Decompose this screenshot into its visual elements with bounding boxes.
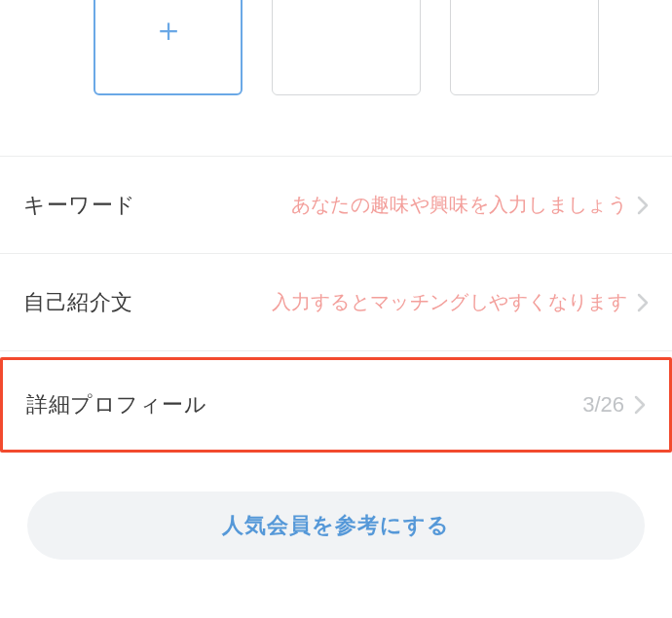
list-item-intro[interactable]: 自己紹介文 入力するとマッチングしやすくなります [0,254,672,351]
list-item-keyword[interactable]: キーワード あなたの趣味や興味を入力しましょう [0,157,672,254]
empty-photo-slot[interactable] [272,0,421,95]
item-hint: あなたの趣味や興味を入力しましょう [291,192,627,218]
item-label: 詳細プロフィール [26,390,206,419]
item-hint: 入力するとマッチングしやすくなります [272,289,627,315]
item-right: 入力するとマッチングしやすくなります [272,289,649,315]
bottom-area: 人気会員を参考にする [0,456,672,560]
add-photo-slot[interactable]: ＋ [93,0,243,95]
empty-photo-slot[interactable] [450,0,599,95]
item-right: 3/26 [582,392,646,418]
item-label: キーワード [23,191,136,220]
plus-icon: ＋ [152,13,185,46]
item-count: 3/26 [582,392,624,418]
reference-popular-button[interactable]: 人気会員を参考にする [27,491,645,560]
photo-slot-row: ＋ [0,0,672,95]
item-label: 自己紹介文 [23,288,133,317]
button-label: 人気会員を参考にする [222,511,450,540]
chevron-right-icon [637,196,649,215]
chevron-right-icon [637,293,649,312]
list-item-detailed-profile[interactable]: 詳細プロフィール 3/26 [0,357,672,453]
chevron-right-icon [634,395,646,415]
item-right: あなたの趣味や興味を入力しましょう [291,192,649,218]
